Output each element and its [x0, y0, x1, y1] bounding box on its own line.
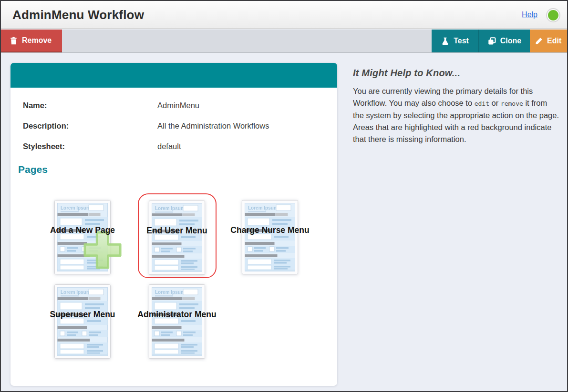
svg-text:Lorem Ipsum: Lorem Ipsum — [61, 205, 91, 211]
page-label: Charge Nurse Menu — [230, 225, 309, 235]
field-row-stylesheet: Stylesheet: default — [23, 142, 323, 152]
test-button-label: Test — [454, 37, 469, 45]
svg-text:Lorem Ipsum: Lorem Ipsum — [155, 290, 185, 295]
page-thumbnail-administrator-menu[interactable]: Lorem Ipsum — [149, 284, 205, 359]
description-field-value: All the Administration Workflows — [157, 121, 269, 131]
page-preview-document: Lorem Ipsum — [149, 201, 205, 275]
help-panel-body: You are currently viewing the primary de… — [353, 85, 560, 145]
stylesheet-field-label: Stylesheet: — [23, 142, 65, 151]
flask-icon — [441, 37, 449, 45]
help-text-2: or — [489, 99, 501, 107]
page-label: Administrator Menu — [137, 310, 216, 320]
test-button[interactable]: Test — [432, 30, 478, 52]
remove-button[interactable]: Remove — [1, 30, 62, 52]
page-label: Add a New Page — [50, 225, 115, 235]
page-thumbnail-add-a-new-page[interactable]: Lorem Ipsum — [54, 200, 111, 274]
toolbar-right-group: Test Clone Edit — [432, 30, 567, 52]
help-panel: It Might Help to Know... You are current… — [353, 68, 560, 145]
page-thumbnail-superuser-menu[interactable]: Lorem Ipsum — [54, 284, 111, 359]
svg-text:Lorem Ipsum: Lorem Ipsum — [248, 205, 278, 211]
action-toolbar: Remove Test Clone Edit — [1, 30, 567, 53]
svg-text:Lorem Ipsum: Lorem Ipsum — [155, 206, 185, 211]
svg-text:Lorem Ipsum: Lorem Ipsum — [61, 290, 91, 295]
edit-button[interactable]: Edit — [530, 30, 567, 52]
page-preview-document: Lorem Ipsum — [242, 200, 298, 274]
help-panel-title: It Might Help to Know... — [353, 68, 560, 79]
page-preview-document: Lorem Ipsum — [149, 284, 205, 359]
clone-icon — [488, 37, 496, 45]
clone-button-label: Clone — [500, 37, 521, 45]
trash-icon — [10, 37, 18, 45]
edit-button-label: Edit — [547, 37, 561, 45]
page-preview-document: Lorem Ipsum — [54, 284, 111, 359]
page-thumbnail-end-user-menu[interactable]: Lorem Ipsum — [149, 201, 205, 275]
page-header: AdminMenu Workflow Help — [1, 1, 567, 29]
description-field-label: Description: — [23, 121, 69, 131]
field-row-name: Name: AdminMenu — [23, 101, 323, 111]
help-link[interactable]: Help — [522, 10, 537, 19]
stylesheet-field-value: default — [157, 142, 181, 151]
field-row-description: Description: All the Administration Work… — [23, 121, 323, 132]
pages-section-heading: Pages — [18, 164, 48, 175]
status-indicator-green-dot — [547, 9, 559, 21]
remove-button-label: Remove — [22, 36, 52, 45]
page-label: End User Menu — [146, 226, 207, 236]
remove-code-text: remove — [501, 100, 523, 107]
card-header-bar — [10, 63, 337, 88]
application-window: AdminMenu Workflow Help Remove Test — [0, 0, 568, 392]
page-title: AdminMenu Workflow — [12, 1, 144, 29]
clone-button[interactable]: Clone — [478, 30, 530, 52]
page-thumbnail-charge-nurse-menu[interactable]: Lorem Ipsum — [242, 200, 298, 274]
page-label: Superuser Menu — [50, 310, 115, 320]
name-field-value: AdminMenu — [157, 101, 199, 110]
pencil-icon — [535, 37, 543, 45]
name-field-label: Name: — [23, 101, 47, 110]
edit-code-text: edit — [475, 100, 489, 107]
add-page-plus-icon — [82, 229, 124, 271]
